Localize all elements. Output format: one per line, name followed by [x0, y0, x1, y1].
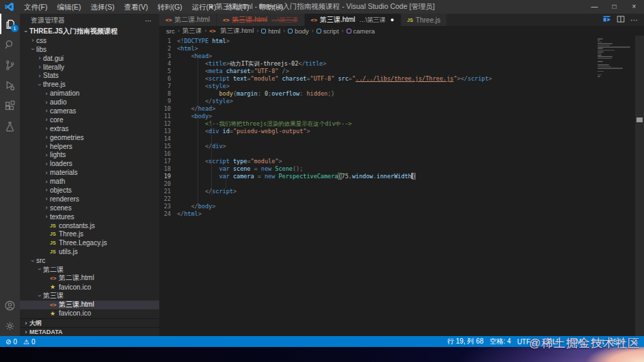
tab-3[interactable]: JSThree.js — [401, 14, 448, 26]
code-line[interactable]: 18 var scene = new Scene(); — [159, 165, 635, 173]
status-item-0[interactable]: 行 19, 列 68 — [447, 337, 483, 346]
breadcrumb-item-body[interactable]: body — [288, 27, 309, 35]
source-control-icon[interactable] — [0, 55, 20, 75]
scrollbar[interactable] — [635, 36, 644, 336]
search-icon[interactable] — [0, 34, 20, 55]
tree-item[interactable]: ›libs — [20, 45, 159, 54]
notifications-bell-icon[interactable] — [631, 338, 639, 346]
code-line[interactable]: 20 — [159, 180, 635, 188]
tree-item[interactable]: ›objects — [20, 186, 159, 195]
code-line[interactable]: 12 <!--我们将把threejs渲染的效果显示在这个div中--> — [159, 120, 635, 128]
tree-item[interactable]: ›第三课 — [20, 292, 159, 301]
run-debug-icon[interactable] — [0, 75, 20, 96]
code-line[interactable]: 16 — [159, 150, 635, 158]
tab-0[interactable]: <>第二课.html — [159, 14, 217, 26]
maximize-button[interactable]: □ — [604, 0, 624, 14]
code-line[interactable]: 23 </body> — [159, 203, 635, 210]
tree-item[interactable]: ›loaders — [20, 159, 159, 168]
tree-item[interactable]: ›literally — [20, 63, 159, 72]
code-line[interactable]: 22 — [159, 195, 635, 203]
explorer-icon[interactable]: 1 — [0, 14, 20, 34]
sidebar-section-1[interactable]: ›METADATA — [20, 327, 159, 336]
tree-item[interactable]: JSconstants.js — [20, 221, 159, 230]
sidebar-section-0[interactable]: ›大纲 — [20, 318, 159, 327]
breadcrumb-item-html[interactable]: html — [261, 27, 280, 35]
menu-item-3[interactable]: 查看(V) — [119, 0, 152, 14]
warnings-status[interactable]: ⚠ 0 — [23, 338, 36, 346]
code-line[interactable]: 24</html> — [159, 210, 635, 218]
tree-item[interactable]: <>第三课.html — [20, 301, 159, 309]
code-line[interactable]: 5 <meta charset="UTF-8" /> — [159, 68, 635, 75]
split-editor-button[interactable] — [617, 14, 625, 26]
breadcrumb-item-camera[interactable]: camera — [347, 27, 375, 35]
code-line[interactable]: 19 var camera = new PerspectiveCamera(75… — [159, 173, 635, 180]
testing-icon[interactable] — [0, 116, 20, 137]
tree-item[interactable]: ★favicon.ico — [20, 283, 159, 292]
tree-item[interactable]: ›renderers — [20, 195, 159, 204]
tree-item[interactable]: ›dat.gui — [20, 54, 159, 63]
breadcrumb-item-src[interactable]: src — [166, 27, 175, 35]
menu-item-4[interactable]: 转到(G) — [152, 0, 187, 14]
tree-item[interactable]: ›css — [20, 36, 159, 45]
tree-item[interactable]: <>第二课.html — [20, 274, 159, 283]
menu-item-0[interactable]: 文件(F) — [19, 0, 52, 14]
tree-item[interactable]: ›three.js — [20, 80, 159, 89]
breadcrumb-item-第三课.html[interactable]: <>第三课.html — [209, 27, 254, 36]
code-line[interactable]: 14 — [159, 135, 635, 143]
tree-item[interactable]: ›scenes — [20, 204, 159, 212]
code-line[interactable]: 11 <body> — [159, 113, 635, 120]
code-line[interactable]: 21 </script> — [159, 188, 635, 195]
tree-item[interactable]: ›extras — [20, 124, 159, 133]
tree-item[interactable]: ★favicon.ico — [20, 309, 159, 318]
code-line[interactable]: 7 <style> — [159, 83, 635, 90]
extensions-icon[interactable] — [0, 96, 20, 116]
tree-item[interactable]: ›cameras — [20, 107, 159, 115]
code-line[interactable]: 15 </div> — [159, 143, 635, 150]
code-line[interactable]: 2<html> — [159, 45, 635, 53]
code-line[interactable]: 13 <div id="puiedu-webgl-output"> — [159, 128, 635, 135]
tree-item[interactable]: ›第二课 — [20, 265, 159, 274]
tree-item[interactable]: ›lights — [20, 150, 159, 159]
code-line[interactable]: 8 body{margin: 0;overflow: hidden;} — [159, 90, 635, 98]
explorer-more-actions[interactable]: ⋯ — [145, 17, 152, 25]
tree-item[interactable]: ›THREE.JS入门指南视频课程 — [20, 27, 159, 36]
code-line[interactable]: 4 <title>动力IT实训-threejs-02</title> — [159, 60, 635, 68]
tree-item[interactable]: ›helpers — [20, 142, 159, 151]
status-item-5[interactable]: Port : 5500 — [591, 338, 625, 346]
minimap[interactable] — [598, 38, 633, 77]
tab-2[interactable]: <>第三课.html…\第三课● — [305, 14, 401, 26]
menu-item-1[interactable]: 编辑(E) — [52, 0, 85, 14]
tree-item[interactable]: ›src — [20, 256, 159, 265]
run-in-browser-button[interactable] — [602, 14, 611, 26]
code-line[interactable]: 17 <script type="module"> — [159, 158, 635, 165]
errors-status[interactable]: ⊘ 0 — [5, 338, 17, 346]
tree-item[interactable]: ›audio — [20, 98, 159, 107]
breadcrumb-item-script[interactable]: script — [317, 27, 339, 35]
tree-item[interactable]: ›animation — [20, 89, 159, 98]
tree-item[interactable]: ›materials — [20, 168, 159, 177]
tree-item[interactable]: JSutils.js — [20, 247, 159, 256]
code-line[interactable]: 9 </style> — [159, 98, 635, 105]
breadcrumb-item-第三课[interactable]: 第三课 — [183, 27, 202, 36]
code-line[interactable]: 1<!DOCTYPE html> — [159, 38, 635, 45]
tree-item[interactable]: ›Stats — [20, 71, 159, 80]
close-button[interactable]: × — [624, 0, 644, 14]
status-item-3[interactable]: CRLF — [543, 338, 561, 346]
menu-item-2[interactable]: 选择(S) — [85, 0, 119, 14]
minimize-button[interactable]: — — [585, 0, 604, 14]
account-icon[interactable] — [0, 295, 20, 316]
tree-item[interactable]: JSThree.Legacy.js — [20, 238, 159, 247]
status-item-1[interactable]: 空格: 4 — [489, 337, 511, 346]
settings-gear-icon[interactable] — [0, 316, 20, 336]
more-actions-button[interactable]: ⋯ — [630, 16, 639, 25]
tab-1[interactable]: <>第三课.html…\第三课 — [217, 14, 305, 26]
status-item-4[interactable]: HTML — [567, 338, 585, 346]
code-line[interactable]: 6 <script text="module" charset="UTF-8" … — [159, 75, 635, 83]
tree-item[interactable]: ›core — [20, 115, 159, 124]
tree-item[interactable]: ›math — [20, 177, 159, 186]
code-line[interactable]: 3 <head> — [159, 53, 635, 60]
status-item-2[interactable]: UTF-8 — [517, 338, 536, 346]
code-editor[interactable]: 1<!DOCTYPE html>2<html>3 <head>4 <title>… — [159, 36, 635, 336]
tree-item[interactable]: ›textures — [20, 212, 159, 221]
tree-item[interactable]: ›geometries — [20, 133, 159, 142]
